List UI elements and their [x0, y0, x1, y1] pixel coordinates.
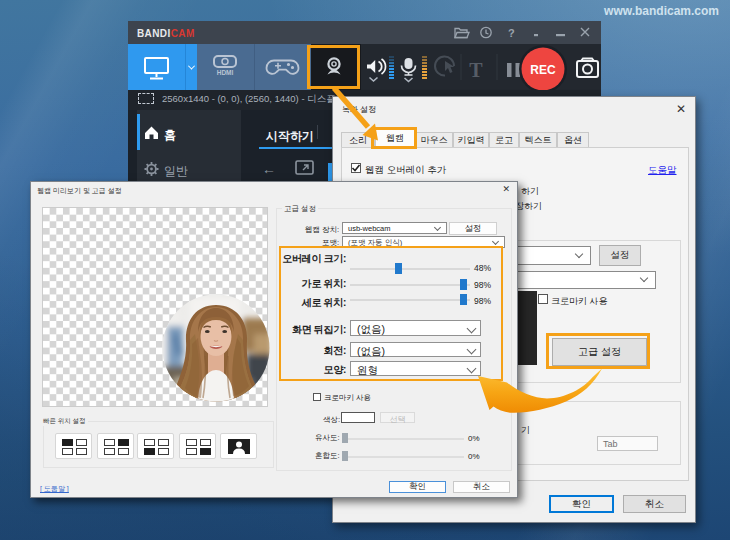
svg-text:T: T [469, 59, 483, 81]
svg-text:HDMI: HDMI [217, 69, 234, 76]
svg-text:REC: REC [530, 63, 556, 77]
svg-text:?: ? [508, 27, 515, 39]
